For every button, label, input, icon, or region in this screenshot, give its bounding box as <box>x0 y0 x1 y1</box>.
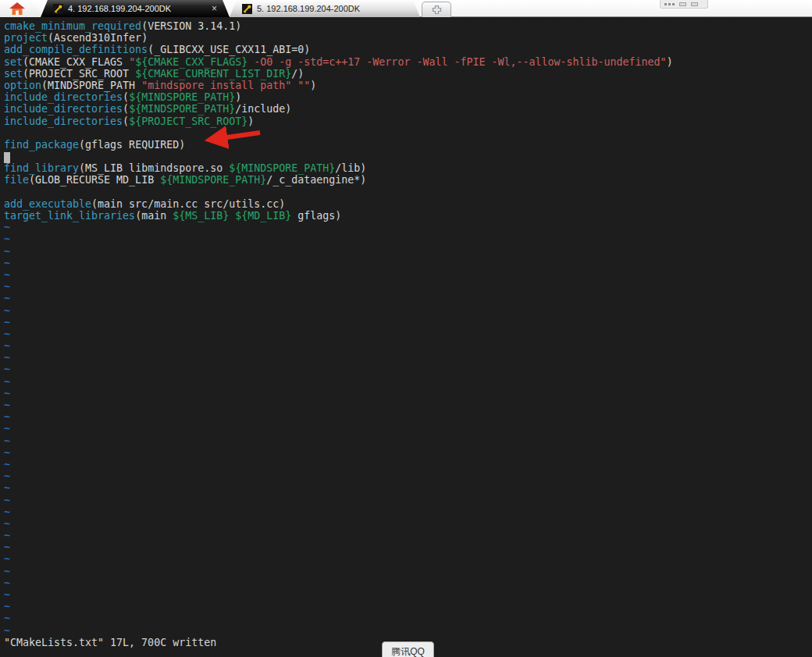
empty-line-tilde: ~ <box>4 411 812 423</box>
empty-line-tilde: ~ <box>4 471 812 482</box>
code-token: include_directories <box>4 115 123 127</box>
empty-line-tilde: ~ <box>4 518 812 530</box>
code-token: " <box>129 56 135 68</box>
empty-line-tilde: ~ <box>4 400 812 411</box>
tab-bar: 4. 192.168.199.204-200DK × 5. 192.168.19… <box>0 0 812 17</box>
code-token: (CMAKE_CXX_FLAGS <box>23 56 129 68</box>
code-token: (_GLIBCXX_USE_CXX11_ABI=0) <box>148 44 310 55</box>
code-token: /include) <box>235 103 291 115</box>
code-token: find_library <box>4 162 79 174</box>
empty-line-tilde: ~ <box>4 281 812 293</box>
quick-toolbar[interactable] <box>660 0 708 9</box>
code-token: /) <box>291 68 304 80</box>
empty-line-tilde: ~ <box>4 269 812 281</box>
code-token: ${MINDSPORE_PATH} <box>160 174 266 186</box>
code-token: ( <box>123 115 129 127</box>
tab-session-5[interactable]: 5. 192.168.199.204-200DK × <box>230 0 420 17</box>
cursor-block <box>4 152 10 163</box>
code-token: (GLOB_RECURSE MD_LIB <box>29 174 160 186</box>
empty-line-tilde: ~ <box>4 257 812 269</box>
code-token: (MINDSPORE_PATH <box>41 80 141 91</box>
code-token: ( <box>123 91 129 103</box>
empty-line-tilde: ~ <box>4 495 812 506</box>
empty-line-tilde: ~ <box>4 388 812 400</box>
code-token: set <box>4 68 23 80</box>
code-token: ) <box>235 91 241 103</box>
code-token: ${CMAKE_CURRENT_LIST_DIR} <box>135 68 291 80</box>
code-line: set(CMAKE_CXX_FLAGS "${CMAKE_CXX_FLAGS} … <box>4 56 812 68</box>
code-line: include_directories(${MINDSPORE_PATH}) <box>4 91 812 103</box>
empty-line-tilde: ~ <box>4 340 812 352</box>
code-token: ) <box>667 56 673 68</box>
home-button[interactable] <box>0 0 42 17</box>
empty-line-tilde: ~ <box>4 506 812 518</box>
code-line: project(Ascend310Infer) <box>4 32 812 44</box>
empty-line-tilde: ~ <box>4 435 812 447</box>
session-key-icon <box>53 4 63 14</box>
code-token: include_directories <box>4 103 123 115</box>
code-token: target_link_libraries <box>4 210 135 222</box>
code-token: ${PROJECT_SRC_ROOT} <box>129 115 248 127</box>
empty-line-tilde: ~ <box>4 589 812 601</box>
empty-line-tilde: ~ <box>4 222 812 233</box>
tab-session-4[interactable]: 4. 192.168.199.204-200DK × <box>41 0 230 17</box>
empty-line-tilde: ~ <box>4 246 812 257</box>
session-key-icon <box>242 4 252 14</box>
plus-icon <box>432 5 442 15</box>
code-token: ${MINDSPORE_PATH} <box>129 103 235 115</box>
grip-dots-icon <box>664 3 675 5</box>
empty-line-tilde: ~ <box>4 423 812 435</box>
empty-line-tilde: ~ <box>4 317 812 328</box>
empty-line-tilde: ~ <box>4 613 812 624</box>
empty-line-tilde: ~ <box>4 305 812 317</box>
toolbar-button-icon[interactable] <box>679 2 686 6</box>
tab-label: 4. 192.168.199.204-200DK <box>68 4 212 13</box>
code-token: project <box>4 32 48 44</box>
new-tab-button[interactable] <box>422 2 451 17</box>
empty-line-tilde: ~ <box>4 364 812 375</box>
empty-line-tilde: ~ <box>4 459 812 471</box>
code-token: include_directories <box>4 91 123 103</box>
code-token: ${MINDSPORE_PATH} <box>129 91 235 103</box>
code-token: cmake_minimum_required <box>4 20 141 32</box>
code-token: (MS_LIB libmindspore.so <box>79 162 229 174</box>
toolbar-button-icon[interactable] <box>691 2 698 6</box>
code-line <box>4 186 812 198</box>
empty-line-tilde: ~ <box>4 233 812 245</box>
code-line: file(GLOB_RECURSE MD_LIB ${MINDSPORE_PAT… <box>4 174 812 186</box>
empty-line-tilde: ~ <box>4 542 812 553</box>
empty-line-tilde: ~ <box>4 530 812 542</box>
empty-line-tilde: ~ <box>4 625 812 637</box>
code-line <box>4 151 812 162</box>
tab-label: 5. 192.168.199.204-200DK <box>257 4 402 13</box>
code-line: add_executable(main src/main.cc src/util… <box>4 198 812 210</box>
code-token: ) <box>248 115 254 127</box>
code-line: set(PROJECT_SRC_ROOT ${CMAKE_CURRENT_LIS… <box>4 68 812 80</box>
empty-line-tilde: ~ <box>4 352 812 364</box>
code-token: (main src/main.cc src/utils.cc) <box>91 198 285 210</box>
empty-line-tilde: ~ <box>4 566 812 577</box>
empty-line-tilde: ~ <box>4 293 812 304</box>
qq-tooltip[interactable]: 腾讯QQ <box>382 641 434 657</box>
code-token: ) <box>310 80 316 91</box>
code-line: find_library(MS_LIB libmindspore.so ${MI… <box>4 162 812 174</box>
code-token: ${CMAKE_CXX_FLAGS} <box>135 56 248 68</box>
code-line: find_package(gflags REQUIRED) <box>4 139 812 151</box>
code-token: (Ascend310Infer) <box>48 32 148 44</box>
code-token: (VERSION 3.14.1) <box>141 20 241 32</box>
empty-line-tilde: ~ <box>4 447 812 459</box>
code-token: set <box>4 56 23 68</box>
terminal-viewport[interactable]: cmake_minimum_required(VERSION 3.14.1)pr… <box>0 17 812 657</box>
code-token: (main <box>135 210 173 222</box>
code-token: add_executable <box>4 198 91 210</box>
code-line <box>4 127 812 139</box>
tab-close-icon[interactable]: × <box>212 0 217 17</box>
code-token: gflags) <box>291 210 341 222</box>
code-token: add_compile_definitions <box>4 44 148 55</box>
empty-line-tilde: ~ <box>4 376 812 388</box>
code-line: add_compile_definitions(_GLIBCXX_USE_CXX… <box>4 44 812 55</box>
empty-line-tilde: ~ <box>4 601 812 613</box>
code-token: (PROJECT_SRC_ROOT <box>23 68 135 80</box>
code-line: target_link_libraries(main ${MS_LIB} ${M… <box>4 210 812 222</box>
empty-line-tilde: ~ <box>4 553 812 565</box>
